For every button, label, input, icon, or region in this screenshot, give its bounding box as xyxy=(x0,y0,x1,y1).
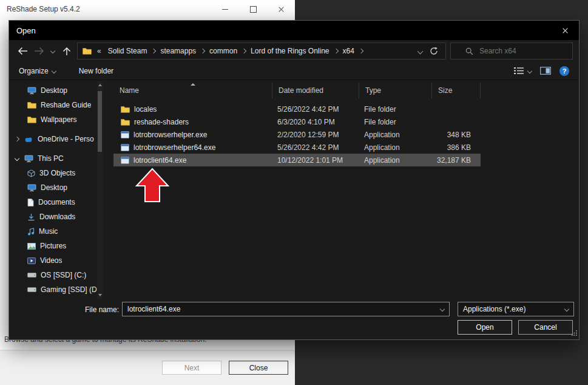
video-icon xyxy=(27,257,36,264)
file-row[interactable]: locales 5/26/2022 4:42 PM File folder xyxy=(113,103,481,115)
file-name-input[interactable] xyxy=(123,305,436,313)
minimize-button[interactable] xyxy=(211,0,239,18)
chevron-right-icon xyxy=(333,49,338,53)
up-button[interactable] xyxy=(61,43,73,59)
chevron-right-icon xyxy=(359,49,363,53)
column-headers: Name Date modified Type Size xyxy=(113,83,481,98)
new-folder-button[interactable]: New folder xyxy=(79,67,113,75)
chevron-down-icon xyxy=(440,307,445,312)
chevron-down-icon xyxy=(50,49,55,53)
column-header-name[interactable]: Name xyxy=(113,83,272,98)
breadcrumb-segment[interactable]: steamapps xyxy=(157,47,200,55)
forward-button[interactable] xyxy=(33,43,45,59)
column-header-date-modified[interactable]: Date modified xyxy=(272,83,359,98)
resize-grip-icon xyxy=(571,330,578,336)
scroll-down-icon[interactable] xyxy=(98,294,102,296)
help-button[interactable]: ? xyxy=(559,66,569,76)
breadcrumb-segment[interactable]: common xyxy=(206,47,241,55)
breadcrumb-overflow-button[interactable]: « xyxy=(94,47,104,55)
chevron-right-icon xyxy=(151,49,156,53)
sidebar-item-wallpapers[interactable]: Wallpapers xyxy=(9,112,97,127)
file-name-combobox[interactable] xyxy=(122,302,450,316)
dialog-title: Open xyxy=(9,26,36,35)
resize-grip[interactable] xyxy=(571,330,578,338)
breadcrumb[interactable]: « Solid Steam steamapps common Lord of t… xyxy=(77,43,446,60)
back-arrow-icon xyxy=(18,47,28,55)
breadcrumb-segment[interactable]: Lord of the Rings Online xyxy=(247,47,333,55)
list-view-icon xyxy=(514,67,524,75)
screenshot-root: ReShade Setup v5.4.2 Browse and select a… xyxy=(0,0,588,385)
file-size: 32,187 KB xyxy=(432,156,481,165)
sidebar-item-music[interactable]: Music xyxy=(9,224,97,239)
open-button[interactable]: Open xyxy=(458,320,512,335)
sidebar-item-os-c-drive[interactable]: OS [SSD] (C:) xyxy=(9,268,97,282)
search-box[interactable] xyxy=(450,43,573,60)
sidebar-item-gaming-d-drive[interactable]: Gaming [SSD] (D xyxy=(9,282,97,297)
address-dropdown-button[interactable] xyxy=(418,49,422,53)
file-type: Application xyxy=(359,156,432,165)
sidebar-scrollbar[interactable] xyxy=(97,81,103,299)
file-row-selected[interactable]: lotroclient64.exe 10/12/2022 1:01 PM App… xyxy=(113,154,481,166)
file-name: lotrobrowserhelper64.exe xyxy=(133,143,215,152)
combobox-dropdown-button[interactable] xyxy=(560,302,573,316)
file-row[interactable]: lotrobrowserhelper64.exe 5/26/2022 4:42 … xyxy=(113,141,481,154)
file-type-select[interactable]: Applications (*.exe) xyxy=(458,302,574,316)
chevron-down-icon xyxy=(51,68,56,73)
sidebar-item-this-pc[interactable]: This PC xyxy=(9,151,97,166)
sidebar-item-videos[interactable]: Videos xyxy=(9,253,97,268)
chevron-right-icon xyxy=(242,49,246,53)
scrollbar-thumb[interactable] xyxy=(98,91,102,152)
file-size: 348 KB xyxy=(432,131,481,139)
sidebar-item-onedrive[interactable]: OneDrive - Perso xyxy=(9,132,97,146)
breadcrumb-segment[interactable]: Solid Steam xyxy=(104,47,151,55)
sidebar-item-desktop-pc[interactable]: Desktop xyxy=(9,180,97,195)
file-row[interactable]: lotrobrowserhelper.exe 2/2/2020 12:59 PM… xyxy=(113,128,481,141)
file-row[interactable]: reshade-shaders 6/3/2020 4:10 PM File fo… xyxy=(113,115,481,128)
search-input[interactable] xyxy=(478,46,559,56)
dialog-close-button[interactable] xyxy=(551,21,579,40)
file-date: 6/3/2020 4:10 PM xyxy=(272,118,359,126)
close-button[interactable]: Close xyxy=(229,361,288,375)
minimize-icon xyxy=(222,9,228,10)
sidebar-item-desktop[interactable]: Desktop xyxy=(9,83,97,98)
column-header-type[interactable]: Type xyxy=(359,83,432,98)
close-icon xyxy=(278,6,285,13)
breadcrumb-segment[interactable]: x64 xyxy=(339,47,358,55)
refresh-button[interactable] xyxy=(430,47,438,55)
collapse-chevron-icon[interactable] xyxy=(14,157,20,160)
folder-icon xyxy=(83,47,92,55)
dialog-titlebar: Open xyxy=(9,21,579,40)
sidebar-item-3d-objects[interactable]: 3D Objects xyxy=(9,166,97,180)
preview-pane-button[interactable] xyxy=(540,67,551,75)
file-date: 10/12/2022 1:01 PM xyxy=(272,156,359,165)
combobox-dropdown-button[interactable] xyxy=(436,302,449,316)
command-toolbar: Organize New folder ? xyxy=(9,62,579,80)
maximize-button[interactable] xyxy=(239,0,267,18)
window-close-button[interactable] xyxy=(267,0,295,18)
file-date: 5/26/2022 4:42 PM xyxy=(272,105,359,114)
file-type-value: Applications (*.exe) xyxy=(458,305,560,313)
sidebar-item-documents[interactable]: Documents xyxy=(9,195,97,210)
file-name: reshade-shaders xyxy=(134,118,189,126)
sidebar-item-pictures[interactable]: Pictures xyxy=(9,239,97,253)
expand-chevron-icon[interactable] xyxy=(14,137,20,141)
scroll-up-icon[interactable] xyxy=(98,84,102,86)
chevron-down-icon xyxy=(527,68,532,73)
change-view-button[interactable] xyxy=(514,67,532,75)
next-button[interactable]: Next xyxy=(162,361,221,375)
application-icon xyxy=(121,131,129,138)
back-button[interactable] xyxy=(16,43,29,59)
sidebar-item-reshade-guide[interactable]: Reshade Guide xyxy=(9,98,97,112)
chevron-down-icon xyxy=(564,307,569,312)
drive-icon xyxy=(27,273,36,278)
cancel-button[interactable]: Cancel xyxy=(518,320,573,335)
organize-button[interactable]: Organize xyxy=(19,67,56,75)
recent-locations-button[interactable] xyxy=(49,43,56,59)
annotation-arrow-up-icon xyxy=(135,168,170,203)
sidebar-item-downloads[interactable]: Downloads xyxy=(9,210,97,224)
file-list: Name Date modified Type Size xyxy=(113,80,579,300)
breadcrumb-actions xyxy=(413,47,443,55)
drive-icon xyxy=(27,287,36,292)
column-header-size[interactable]: Size xyxy=(432,83,481,98)
refresh-icon xyxy=(430,47,438,55)
